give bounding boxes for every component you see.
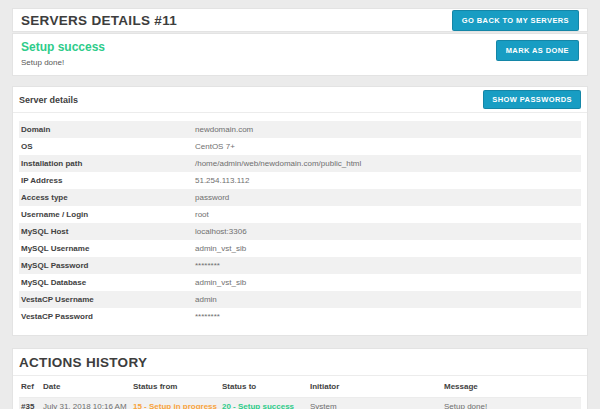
history-column-header: Status to — [222, 382, 310, 391]
detail-row: VestaCP Password******** — [19, 308, 581, 325]
server-details-header: Server details SHOW PASSWORDS — [13, 87, 587, 113]
server-details-card: Server details SHOW PASSWORDS Domainnewd… — [12, 86, 588, 336]
detail-label: VestaCP Username — [19, 295, 195, 304]
show-passwords-button[interactable]: SHOW PASSWORDS — [483, 90, 581, 109]
detail-value: CentOS 7+ — [195, 142, 235, 151]
detail-label: MySQL Database — [19, 278, 195, 287]
status-subtitle: Setup done! — [21, 58, 105, 67]
detail-value: admin — [195, 295, 217, 304]
history-column-header: Ref — [21, 382, 43, 391]
history-cell-message: Setup done! — [444, 402, 581, 409]
status-title: Setup success — [21, 40, 105, 54]
detail-label: MySQL Username — [19, 244, 195, 253]
history-row: #35July 31, 2018 10:16 AM15 - Setup in p… — [19, 398, 581, 409]
detail-value: ******** — [195, 312, 220, 321]
history-cell-date: July 31, 2018 10:16 AM — [43, 402, 133, 409]
detail-label: MySQL Host — [19, 227, 195, 236]
detail-row: MySQL Hostlocalhost:3306 — [19, 223, 581, 240]
detail-row: IP Address51.254.113.112 — [19, 172, 581, 189]
history-column-header: Date — [43, 382, 133, 391]
page-header-panel: SERVERS DETAILS #11 GO BACK TO MY SERVER… — [12, 8, 588, 32]
mark-as-done-button[interactable]: MARK AS DONE — [496, 40, 579, 61]
actions-history-heading: ACTIONS HISTORY — [19, 355, 147, 370]
history-cell-status-to: 20 - Setup success — [222, 402, 310, 409]
history-column-header: Initiator — [310, 382, 444, 391]
detail-label: Domain — [19, 125, 195, 134]
detail-row: Installation path/home/admin/web/newdoma… — [19, 155, 581, 172]
page-title: SERVERS DETAILS #11 — [21, 13, 177, 28]
history-column-header: Message — [444, 382, 581, 391]
status-panel: Setup success Setup done! MARK AS DONE — [12, 33, 588, 76]
detail-value: /home/admin/web/newdomain.com/public_htm… — [195, 159, 361, 168]
detail-label: Username / Login — [19, 210, 195, 219]
detail-value: 51.254.113.112 — [195, 176, 249, 185]
detail-label: OS — [19, 142, 195, 151]
detail-label: MySQL Password — [19, 261, 195, 270]
history-cell-status-from: 15 - Setup in progress — [133, 402, 222, 409]
detail-row: Access typepassword — [19, 189, 581, 206]
detail-row: MySQL Usernameadmin_vst_sib — [19, 240, 581, 257]
detail-row: Domainnewdomain.com — [19, 121, 581, 138]
server-details-heading: Server details — [19, 95, 78, 105]
detail-row: OSCentOS 7+ — [19, 138, 581, 155]
go-back-button[interactable]: GO BACK TO MY SERVERS — [452, 10, 579, 31]
detail-value: root — [195, 210, 209, 219]
history-column-header: Status from — [133, 382, 222, 391]
history-table: RefDateStatus fromStatus toInitiatorMess… — [19, 376, 581, 409]
history-table-body: #35July 31, 2018 10:16 AM15 - Setup in p… — [19, 398, 581, 409]
page: SERVERS DETAILS #11 GO BACK TO MY SERVER… — [0, 0, 600, 409]
history-header-row: RefDateStatus fromStatus toInitiatorMess… — [19, 376, 581, 398]
detail-value: newdomain.com — [195, 125, 253, 134]
detail-row: MySQL Databaseadmin_vst_sib — [19, 274, 581, 291]
detail-row: Username / Loginroot — [19, 206, 581, 223]
detail-label: Access type — [19, 193, 195, 202]
detail-value: ******** — [195, 261, 220, 270]
server-details-table: Domainnewdomain.comOSCentOS 7+Installati… — [19, 121, 581, 325]
detail-label: VestaCP Password — [19, 312, 195, 321]
detail-label: IP Address — [19, 176, 195, 185]
actions-history-card: ACTIONS HISTORY RefDateStatus fromStatus… — [12, 348, 588, 409]
detail-value: localhost:3306 — [195, 227, 247, 236]
detail-label: Installation path — [19, 159, 195, 168]
detail-value: admin_vst_sib — [195, 244, 246, 253]
detail-value: admin_vst_sib — [195, 278, 246, 287]
actions-history-header: ACTIONS HISTORY — [13, 349, 587, 376]
detail-row: VestaCP Usernameadmin — [19, 291, 581, 308]
detail-value: password — [195, 193, 229, 202]
status-text: Setup success Setup done! — [21, 40, 105, 67]
detail-row: MySQL Password******** — [19, 257, 581, 274]
history-cell-ref: #35 — [21, 402, 43, 409]
history-cell-initiator: System — [310, 402, 444, 409]
